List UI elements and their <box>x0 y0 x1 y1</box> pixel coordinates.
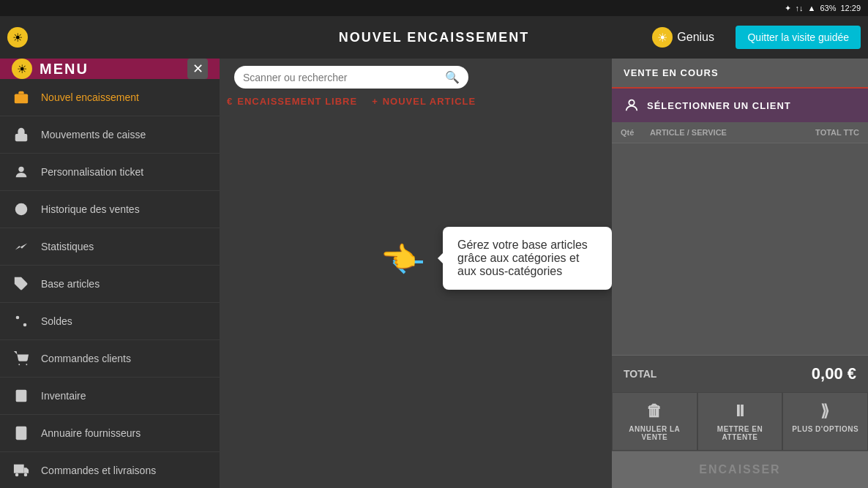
svg-point-22 <box>24 473 28 477</box>
sidebar-item-label: Statistiques <box>41 241 94 252</box>
sidebar-item-mouvements-caisse[interactable]: Mouvements de caisse <box>0 116 220 154</box>
battery-level: 63% <box>820 4 836 12</box>
svg-rect-15 <box>16 427 27 440</box>
plus-options-button[interactable]: ⟫ PLUS D'OPTIONS <box>782 392 868 451</box>
sidebar-item-inventaire[interactable]: Inventaire <box>0 378 220 415</box>
sidebar-item-base-articles[interactable]: Base articles <box>0 266 220 303</box>
percent-icon <box>12 312 31 331</box>
top-header: ☀ NOUVEL ENCAISSEMENT ☀ Genius Quitter l… <box>0 16 868 59</box>
content-area: 🔍 € ENCAISSEMENT LIBRE + NOUVEL ARTICLE … <box>220 59 612 488</box>
total-label: TOTAL <box>624 368 656 380</box>
total-row: TOTAL 0,00 € <box>612 355 868 392</box>
sidebar-item-label: Commandes clients <box>41 353 131 364</box>
pointing-hand-icon: 👈 <box>379 240 430 284</box>
vente-en-cours-header: VENTE EN COURS <box>612 59 868 89</box>
svg-point-10 <box>26 364 27 365</box>
plus-icon: + <box>372 96 378 107</box>
sidebar-item-annuaire[interactable]: Annuaire fournisseurs <box>0 415 220 452</box>
main-layout: ☀ MENU ✕ Nouvel encaissement Mouvements … <box>0 59 868 488</box>
sidebar-item-historique[interactable]: Historique des ventes <box>0 191 220 228</box>
sidebar-item-personnalisation[interactable]: Personnalisation ticket <box>0 154 220 191</box>
chart-icon <box>12 237 31 256</box>
sun-icon-genius: ☀ <box>652 27 673 48</box>
options-icon: ⟫ <box>820 402 830 421</box>
header-left: ☀ <box>7 27 28 48</box>
trash-icon: 🗑 <box>646 402 663 421</box>
svg-rect-2 <box>15 134 28 141</box>
svg-point-1 <box>20 97 23 100</box>
signal-icon: ↑↓ <box>796 4 804 12</box>
cart-icon <box>12 349 31 368</box>
table-header: Qté ARTICLE / SERVICE TOTAL TTC <box>612 122 868 143</box>
svg-point-8 <box>23 323 27 327</box>
right-panel: VENTE EN COURS SÉLECTIONNER UN CLIENT Qt… <box>612 59 868 488</box>
search-button[interactable]: 🔍 <box>445 70 460 84</box>
svg-marker-20 <box>24 468 29 473</box>
pause-icon: ⏸ <box>732 402 749 421</box>
article-header: ARTICLE / SERVICE <box>650 128 815 137</box>
pointing-hand-container: 👈 <box>379 240 430 287</box>
sidebar-item-statistiques[interactable]: Statistiques <box>0 228 220 266</box>
annuler-vente-button[interactable]: 🗑 ANNULER LAVENTE <box>612 392 697 451</box>
tag-icon <box>12 274 31 293</box>
person-icon <box>12 162 31 181</box>
bottom-actions: 🗑 ANNULER LAVENTE ⏸ METTRE ENATTENTE ⟫ P… <box>612 392 868 451</box>
search-bar-container: 🔍 <box>220 59 612 96</box>
quit-guided-tour-button[interactable]: Quitter la visite guidée <box>736 26 861 49</box>
encaissement-libre-button[interactable]: € ENCAISSEMENT LIBRE <box>227 96 357 107</box>
clock: 12:29 <box>840 4 861 12</box>
table-content <box>612 143 868 355</box>
sun-icon-left: ☀ <box>7 27 28 48</box>
euro-icon: € <box>227 96 233 107</box>
person-icon <box>624 97 640 113</box>
address-book-icon <box>12 424 31 443</box>
action-buttons: € ENCAISSEMENT LIBRE + NOUVEL ARTICLE <box>220 96 612 114</box>
search-bar: 🔍 <box>234 66 468 89</box>
sidebar-item-commandes-clients[interactable]: Commandes clients <box>0 340 220 378</box>
search-input[interactable] <box>243 72 439 83</box>
sidebar-title: MENU <box>40 61 89 78</box>
genius-badge: ☀ Genius <box>652 27 714 48</box>
attente-label: METTRE ENATTENTE <box>717 425 763 441</box>
status-bar: ✦ ↑↓ ▲ 63% 12:29 <box>0 0 868 16</box>
svg-point-30 <box>629 100 634 105</box>
truck-icon <box>12 461 31 480</box>
tooltip-text: Gérez votre base articles grâce aux caté… <box>457 239 588 277</box>
genius-label: Genius <box>677 31 714 44</box>
page-title: NOUVEL ENCAISSEMENT <box>339 30 530 45</box>
svg-text:👈: 👈 <box>381 240 417 275</box>
sidebar-item-label: Mouvements de caisse <box>41 129 146 140</box>
encaisser-button[interactable]: ENCAISSER <box>612 451 868 488</box>
annuler-label: ANNULER LAVENTE <box>629 425 680 441</box>
tooltip-callout: Gérez votre base articles grâce aux caté… <box>443 227 612 290</box>
sidebar-item-label: Base articles <box>41 278 100 290</box>
sidebar-item-label: Commandes et livraisons <box>41 465 156 476</box>
svg-point-9 <box>18 364 20 365</box>
sidebar-item-soldes[interactable]: Soldes <box>0 303 220 340</box>
select-client-button[interactable]: SÉLECTIONNER UN CLIENT <box>612 89 868 122</box>
svg-point-21 <box>15 473 19 477</box>
svg-rect-11 <box>16 390 27 402</box>
svg-rect-19 <box>14 465 24 473</box>
svg-point-7 <box>16 316 20 320</box>
sidebar-item-label: Personnalisation ticket <box>41 166 143 178</box>
sidebar-item-label: Historique des ventes <box>41 203 140 215</box>
sidebar-item-nouvel-encaissement[interactable]: Nouvel encaissement <box>0 79 220 116</box>
sidebar-item-livraisons[interactable]: Commandes et livraisons <box>0 452 220 488</box>
nouvel-article-button[interactable]: + NOUVEL ARTICLE <box>372 96 476 107</box>
sidebar-item-label: Soldes <box>41 315 72 327</box>
sidebar-header-left: ☀ MENU <box>12 59 89 79</box>
sun-icon-menu: ☀ <box>12 59 32 79</box>
sidebar-item-label: Inventaire <box>41 390 86 402</box>
bluetooth-icon: ✦ <box>785 4 791 13</box>
svg-point-3 <box>18 167 23 172</box>
wifi-icon: ▲ <box>808 4 816 12</box>
sidebar: ☀ MENU ✕ Nouvel encaissement Mouvements … <box>0 59 220 488</box>
svg-point-5 <box>17 279 19 282</box>
sidebar-item-label: Nouvel encaissement <box>41 91 139 103</box>
mettre-en-attente-button[interactable]: ⏸ METTRE ENATTENTE <box>697 392 783 451</box>
sidebar-header: ☀ MENU ✕ <box>0 59 220 79</box>
sidebar-close-button[interactable]: ✕ <box>187 59 208 79</box>
total-amount: 0,00 € <box>812 364 856 383</box>
lock-icon <box>12 125 31 144</box>
